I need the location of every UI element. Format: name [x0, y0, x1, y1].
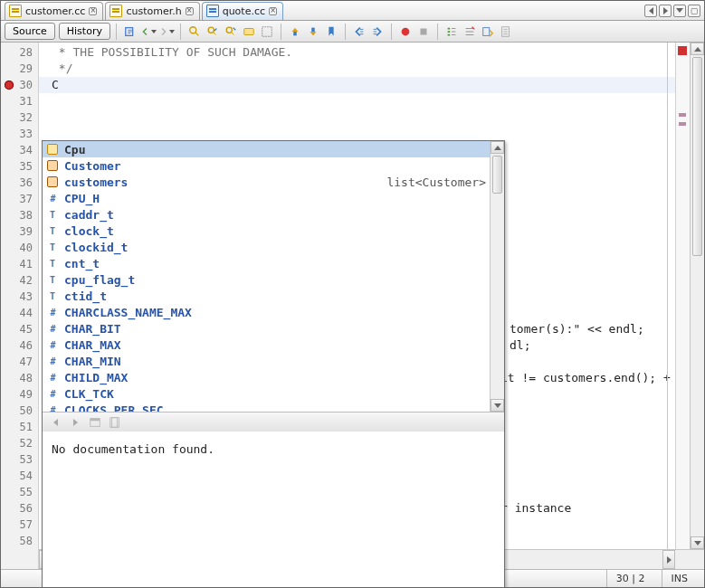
doc-open-in-browser-button[interactable] — [88, 415, 102, 430]
stop-macro-button[interactable] — [415, 24, 432, 40]
scroll-up-button[interactable] — [491, 141, 504, 154]
scroll-down-button[interactable] — [491, 399, 504, 412]
line-number[interactable]: 37 — [1, 191, 38, 207]
maximize-button[interactable]: ▢ — [688, 5, 700, 17]
start-macro-button[interactable] — [397, 24, 414, 40]
line-number[interactable]: 58 — [1, 533, 38, 549]
previous-bookmark-button[interactable] — [287, 24, 303, 40]
comment-button[interactable] — [443, 24, 460, 40]
last-edit-button[interactable] — [122, 24, 138, 40]
line-number[interactable]: 39 — [1, 223, 38, 240]
scroll-down-button[interactable] — [691, 536, 704, 549]
history-view-button[interactable]: History — [59, 23, 110, 40]
line-number[interactable]: 35 — [1, 158, 38, 175]
line-number[interactable]: 31 — [1, 93, 38, 109]
toggle-bookmark-button[interactable] — [323, 24, 339, 40]
find-next-button[interactable] — [223, 24, 239, 40]
autocomplete-item[interactable]: customerslist<Customer> — [43, 174, 504, 190]
autocomplete-item[interactable]: #CHARCLASS_NAME_MAX — [43, 304, 504, 320]
autocomplete-item[interactable]: Cpu — [43, 141, 504, 157]
scroll-tabs-right-button[interactable] — [659, 5, 672, 17]
line-number[interactable]: 42 — [1, 272, 38, 289]
tab-customer-cc[interactable]: customer.cc × — [5, 2, 103, 20]
uncomment-button[interactable] — [462, 24, 478, 40]
line-number[interactable]: 46 — [1, 337, 38, 354]
autocomplete-item[interactable]: #CPU_H — [43, 190, 504, 206]
autocomplete-item[interactable]: #CHAR_BIT — [43, 320, 504, 337]
check-file-button[interactable] — [498, 24, 514, 40]
line-number[interactable]: 41 — [1, 256, 38, 272]
autocomplete-item[interactable]: Tcpu_flag_t — [43, 271, 504, 288]
tab-customer-h[interactable]: customer.h × — [105, 2, 199, 20]
show-tabs-list-button[interactable] — [673, 5, 686, 17]
doc-open-source-button[interactable] — [108, 415, 122, 430]
autocomplete-item[interactable]: #CLK_TCK — [43, 385, 504, 402]
autocomplete-item[interactable]: #CLOCKS_PER_SEC — [43, 402, 504, 412]
close-icon[interactable]: × — [269, 7, 277, 15]
insert-mode[interactable]: INS — [662, 570, 697, 587]
autocomplete-item[interactable]: #CHILD_MAX — [43, 369, 504, 385]
autocomplete-item[interactable]: Tcnt_t — [43, 255, 504, 271]
scroll-up-button[interactable] — [691, 43, 704, 55]
line-number[interactable]: 52 — [1, 435, 38, 451]
line-number[interactable]: 32 — [1, 109, 38, 126]
autocomplete-item[interactable]: Tctid_t — [43, 288, 504, 304]
doc-forward-button[interactable] — [68, 415, 82, 430]
line-number[interactable]: 29 — [1, 61, 38, 77]
scroll-right-button[interactable] — [662, 550, 675, 569]
shift-left-button[interactable] — [351, 24, 367, 40]
scroll-tabs-left-button[interactable] — [644, 5, 657, 17]
autocomplete-list[interactable]: CpuCustomercustomerslist<Customer>#CPU_H… — [43, 141, 504, 412]
line-number[interactable]: 33 — [1, 126, 38, 142]
line-number[interactable]: 50 — [1, 403, 38, 419]
find-selection-button[interactable] — [186, 24, 203, 40]
overview-mark[interactable] — [679, 122, 686, 126]
line-number[interactable]: 36 — [1, 175, 38, 191]
line-number[interactable]: 34 — [1, 142, 38, 158]
find-previous-button[interactable] — [205, 24, 221, 40]
next-bookmark-button[interactable] — [305, 24, 321, 40]
vertical-scrollbar[interactable] — [690, 43, 704, 549]
line-number[interactable]: 51 — [1, 419, 38, 435]
autocomplete-item[interactable]: Tclock_t — [43, 223, 504, 239]
line-number[interactable]: 38 — [1, 207, 38, 223]
line-number[interactable]: 49 — [1, 386, 38, 403]
close-icon[interactable]: × — [186, 7, 194, 15]
error-marker[interactable] — [678, 46, 687, 55]
caret-position[interactable]: 30 | 2 — [606, 570, 654, 587]
overview-ruler[interactable] — [675, 43, 690, 549]
line-number[interactable]: 48 — [1, 370, 38, 386]
autocomplete-item[interactable]: Tcaddr_t — [43, 206, 504, 223]
tab-quote-cc[interactable]: quote.cc × — [202, 2, 283, 20]
line-number[interactable]: 43 — [1, 289, 38, 305]
line-number[interactable]: 54 — [1, 468, 38, 484]
autocomplete-item[interactable]: Customer — [43, 157, 504, 174]
scroll-thumb[interactable] — [692, 57, 702, 256]
line-number[interactable]: 47 — [1, 354, 38, 370]
scroll-thumb[interactable] — [492, 156, 502, 194]
line-number[interactable]: 28 — [1, 44, 38, 61]
autocomplete-item[interactable]: #CHAR_MAX — [43, 337, 504, 353]
source-view-button[interactable]: Source — [5, 23, 55, 40]
toggle-highlight-button[interactable] — [241, 24, 257, 40]
overview-mark[interactable] — [679, 113, 686, 117]
autocomplete-scrollbar[interactable] — [490, 141, 504, 412]
line-gutter[interactable]: 2829303132333435363738394041424344454647… — [1, 43, 39, 549]
line-number[interactable]: 30 — [1, 77, 38, 93]
line-number[interactable]: 56 — [1, 500, 38, 517]
autocomplete-item[interactable]: Tclockid_t — [43, 239, 504, 255]
line-number[interactable]: 45 — [1, 321, 38, 337]
doc-back-button[interactable] — [48, 415, 62, 430]
close-icon[interactable]: × — [89, 7, 97, 15]
forward-button[interactable] — [158, 24, 175, 40]
toggle-rect-select-button[interactable] — [259, 24, 275, 40]
back-button[interactable] — [140, 24, 157, 40]
go-to-header-button[interactable] — [480, 24, 496, 40]
line-number[interactable]: 40 — [1, 240, 38, 256]
line-number[interactable]: 44 — [1, 305, 38, 321]
autocomplete-item[interactable]: #CHAR_MIN — [43, 353, 504, 369]
line-number[interactable]: 53 — [1, 451, 38, 468]
line-number[interactable]: 57 — [1, 517, 38, 533]
shift-right-button[interactable] — [369, 24, 386, 40]
line-number[interactable]: 55 — [1, 484, 38, 500]
